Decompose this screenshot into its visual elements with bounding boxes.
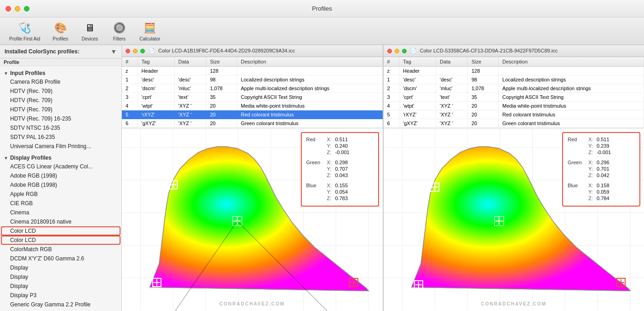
section-header-display[interactable]: ▼ Display Profiles — [0, 153, 121, 162]
table-row[interactable]: 2 'dscm' 'mluc' 1,078 Apple multi-locali… — [384, 84, 644, 93]
panel-2-title: 📄 Color LCD-53358CA6-CF13-DD9A-21CB-9422… — [410, 48, 641, 54]
table-row[interactable]: z Header 128 — [122, 67, 382, 75]
maximize-button[interactable] — [24, 6, 29, 12]
cell-tag: Header — [138, 67, 174, 75]
profile-item-cinema[interactable]: Cinema — [1, 208, 121, 217]
profile-item-apple-rgb[interactable]: Apple RGB — [1, 190, 121, 199]
toolbar-profile-first-aid[interactable]: 🩺 Profile First Aid — [5, 19, 45, 43]
profile-item-adobe-rgb-2[interactable]: Adobe RGB (1998) — [1, 180, 121, 190]
profile-item-display-1[interactable]: Display — [1, 263, 121, 272]
profile-item-sdtv-ntsc[interactable]: SDTV NTSC 16-235 — [1, 123, 121, 132]
table-row[interactable]: 3 'cprt' 'text' 35 Copyright ASCII Text … — [384, 93, 644, 102]
panel-1-table-container: # Tag Data Size Description z Header 128… — [122, 57, 383, 128]
profile-item-cie-rgb[interactable]: CIE RGB — [1, 199, 121, 208]
profile-item-camera-rgb[interactable]: Camera RGB Profile — [1, 77, 121, 86]
cell-num: 3 — [122, 93, 138, 102]
profile-item-color-lcd-2[interactable]: Color LCD — [1, 236, 121, 245]
green-x-label-2: X: — [588, 160, 597, 165]
panel-2-table: # Tag Data Size Description z Header 128… — [384, 57, 644, 128]
toolbar-calculator[interactable]: 🧮 Calculator — [135, 19, 165, 43]
cell-data: 'text' — [174, 93, 206, 102]
col-data-1: Data — [174, 57, 206, 67]
cell-desc: Apple multi-localized description string… — [499, 84, 644, 93]
cell-tag: 'gXYZ' — [399, 119, 436, 128]
profile-item-cinema-native[interactable]: Cinema 20180916 native — [1, 217, 121, 226]
profile-item-generic-gray[interactable]: Generic Gray Profile — [1, 309, 121, 311]
cell-tag: 'rXYZ' — [399, 110, 436, 119]
red-y-row-2: Y: 0.239 — [568, 143, 635, 149]
table-row[interactable]: 2 'dscm' 'mluc' 1,078 Apple multi-locali… — [122, 84, 382, 93]
section-header-input[interactable]: ▼ Input Profiles — [0, 68, 121, 77]
table-row[interactable]: 4 'wtpt' 'XYZ ' 20 Media white-point tri… — [384, 102, 644, 110]
col-desc-1: Description — [237, 57, 382, 67]
cell-data: 'XYZ ' — [436, 110, 468, 119]
panel-2: 📄 Color LCD-53358CA6-CF13-DD9A-21CB-9422… — [384, 45, 644, 311]
profile-item-color-lcd-1[interactable]: Color LCD — [1, 226, 121, 236]
panel-2-min[interactable] — [395, 49, 399, 53]
cell-num: 5 — [384, 110, 399, 119]
red-x-label-2: X: — [588, 137, 597, 142]
minimize-button[interactable] — [15, 6, 20, 12]
cell-data: 'desc' — [174, 75, 206, 84]
panel-1-min[interactable] — [133, 49, 138, 53]
cell-data: 'text' — [436, 93, 468, 102]
blue-label-2: Blue — [568, 183, 588, 188]
cell-num: z — [122, 67, 138, 75]
panel-1-table: # Tag Data Size Description z Header 128… — [122, 57, 383, 128]
table-row[interactable]: z Header 128 — [384, 67, 644, 75]
sort-dropdown[interactable]: ▼ — [110, 48, 117, 55]
green-label-2: Green — [568, 160, 588, 165]
cell-tag: Header — [399, 67, 436, 75]
panel-1-max[interactable] — [140, 49, 145, 53]
panel-2-close[interactable] — [387, 49, 392, 53]
cell-tag: 'wtpt' — [399, 102, 436, 110]
profile-item-hdtv3[interactable]: HDTV (Rec. 709) — [1, 105, 121, 114]
panel-2-titlebar: 📄 Color LCD-53358CA6-CF13-DD9A-21CB-9422… — [384, 45, 644, 57]
profile-item-display-3[interactable]: Display — [1, 282, 121, 291]
toolbar-profiles[interactable]: 🎨 Profiles — [46, 19, 74, 43]
profile-item-aces[interactable]: ACES CG Linear (Academy Col... — [1, 162, 121, 171]
cell-desc: Apple multi-localized description string… — [237, 84, 382, 93]
panel-2-max[interactable] — [402, 49, 407, 53]
table-row[interactable]: 1 'desc' 'desc' 98 Localized description… — [384, 75, 644, 84]
profile-item-hdtv1[interactable]: HDTV (Rec. 709) — [1, 86, 121, 96]
watermark-1: CONRADCHAVEZ.COM — [219, 301, 285, 306]
profile-item-colormatch[interactable]: ColorMatch RGB — [1, 245, 121, 254]
panel-1-close[interactable] — [126, 49, 130, 53]
panel-1-title: 📄 Color LCD-A1B19F8C-FDE4-44D4-2D29-0289… — [149, 48, 379, 54]
sidebar-scroll[interactable]: ▼ Input Profiles Camera RGB Profile HDTV… — [0, 66, 121, 311]
profile-item-adobe-rgb-1[interactable]: Adobe RGB (1998) — [1, 171, 121, 180]
table-row[interactable]: 4 'wtpt' 'XYZ ' 20 Media white-point tri… — [122, 102, 382, 110]
red-y-value-1: 0.240 — [335, 143, 348, 149]
calculator-icon: 🧮 — [143, 21, 157, 35]
col-tag-2: Tag — [399, 57, 436, 67]
cell-tag: 'dscm' — [138, 84, 174, 93]
cell-desc: Media white-point tristimulus — [237, 102, 382, 110]
profile-item-hdtv2[interactable]: HDTV (Rec. 709) — [1, 96, 121, 105]
profile-item-display-p3[interactable]: Display P3 — [1, 291, 121, 300]
table-row[interactable]: 3 'cprt' 'text' 35 Copyright ASCII Text … — [122, 93, 382, 102]
cell-size: 35 — [206, 93, 237, 102]
display-profiles-label: Display Profiles — [10, 155, 52, 161]
table-row[interactable]: 5 'rXYZ' 'XYZ ' 20 Red colorant tristimu… — [122, 110, 382, 119]
red-x-value-2: 0.511 — [597, 137, 610, 142]
window-title: Profiles — [312, 5, 332, 12]
profile-item-generic-gray-gamma[interactable]: Generic Gray Gamma 2.2 Profile — [1, 300, 121, 309]
table-row[interactable]: 1 'desc' 'desc' 98 Localized description… — [122, 75, 382, 84]
profile-item-dcdm[interactable]: DCDM X'Y'Z' D60 Gamma 2.6 — [1, 254, 121, 263]
profile-item-hdtv-16-235[interactable]: HDTV (Rec. 709) 16-235 — [1, 114, 121, 123]
table-row[interactable]: 6 'gXYZ' 'XYZ ' 20 Green colorant tristi… — [384, 119, 644, 128]
profile-item-display-2[interactable]: Display — [1, 272, 121, 282]
cell-desc: Green colorant tristimulus — [499, 119, 644, 128]
table-row[interactable]: 6 'gXYZ' 'XYZ ' 20 Green colorant tristi… — [122, 119, 382, 128]
cell-desc: Copyright ASCII Text String — [237, 93, 382, 102]
col-tag-1: Tag — [138, 57, 174, 67]
table-row[interactable]: 5 'rXYZ' 'XYZ ' 20 Red colorant tristimu… — [384, 110, 644, 119]
col-num-1: # — [122, 57, 138, 67]
toolbar-devices[interactable]: 🖥 Devices — [76, 19, 104, 43]
blue-x-label-2: X: — [588, 183, 597, 188]
close-button[interactable] — [6, 6, 11, 12]
profile-item-sdtv-pal[interactable]: SDTV PAL 16-235 — [1, 132, 121, 142]
profile-item-universal-camera[interactable]: Universal Camera Film Printing... — [1, 142, 121, 151]
toolbar-filters[interactable]: 🔘 Filters — [105, 19, 133, 43]
